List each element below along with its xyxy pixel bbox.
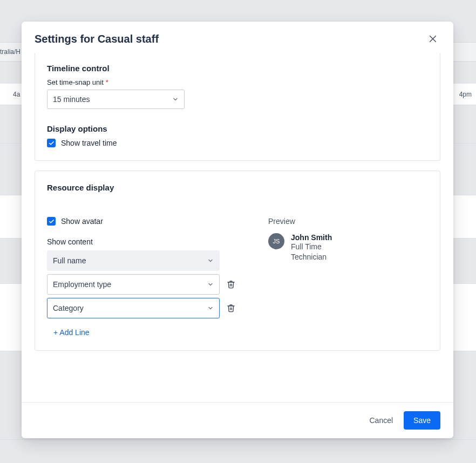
content-line-3-select[interactable]: Category [47, 298, 220, 318]
add-line-button[interactable]: + Add Line [53, 328, 90, 337]
display-options-title: Display options [47, 124, 428, 133]
preview-line-2: Full Time [291, 242, 332, 252]
check-icon [49, 140, 55, 146]
preview-name: John Smith [291, 233, 332, 242]
chevron-down-icon [172, 96, 179, 103]
settings-modal: Settings for Casual staff Timeline contr… [22, 22, 453, 438]
check-icon [49, 219, 55, 224]
preview-line-3: Technician [291, 252, 332, 262]
chevron-down-icon [207, 257, 214, 264]
show-content-label: Show content [47, 237, 236, 246]
content-line-2-value: Employment type [53, 280, 111, 289]
trash-icon [227, 280, 235, 289]
cancel-button[interactable]: Cancel [366, 412, 396, 429]
show-avatar-label: Show avatar [61, 217, 103, 226]
timeline-display-card: Timeline control Set time-snap unit * 15… [35, 53, 440, 161]
close-button[interactable] [425, 31, 440, 46]
avatar: JS [268, 233, 284, 249]
show-avatar-checkbox[interactable] [47, 217, 56, 226]
resource-display-title: Resource display [47, 183, 428, 192]
timeline-control-title: Timeline control [47, 64, 428, 73]
content-line-2-select[interactable]: Employment type [47, 274, 220, 295]
chevron-down-icon [207, 305, 214, 311]
content-line-1-value: Full name [53, 256, 86, 265]
close-icon [428, 34, 438, 44]
modal-overlay: Settings for Casual staff Timeline contr… [0, 0, 476, 463]
chevron-down-icon [207, 281, 214, 288]
show-travel-time-label: Show travel time [61, 139, 117, 147]
content-line-1-select[interactable]: Full name [47, 250, 220, 271]
required-indicator: * [106, 78, 108, 86]
delete-line-2-button[interactable] [226, 280, 236, 289]
time-snap-label: Set time-snap unit * [47, 78, 428, 86]
time-snap-select[interactable]: 15 minutes [47, 90, 185, 109]
modal-title: Settings for Casual staff [35, 33, 159, 45]
show-travel-time-checkbox[interactable] [47, 139, 56, 147]
preview-card: JS John Smith Full Time Technician [268, 233, 428, 262]
content-line-3-value: Category [53, 304, 84, 312]
save-button[interactable]: Save [404, 411, 440, 430]
resource-display-card: Resource display Show avatar Show conten… [35, 171, 440, 351]
time-snap-value: 15 minutes [53, 95, 90, 104]
delete-line-3-button[interactable] [226, 303, 236, 313]
trash-icon [227, 304, 235, 312]
preview-label: Preview [268, 217, 428, 226]
